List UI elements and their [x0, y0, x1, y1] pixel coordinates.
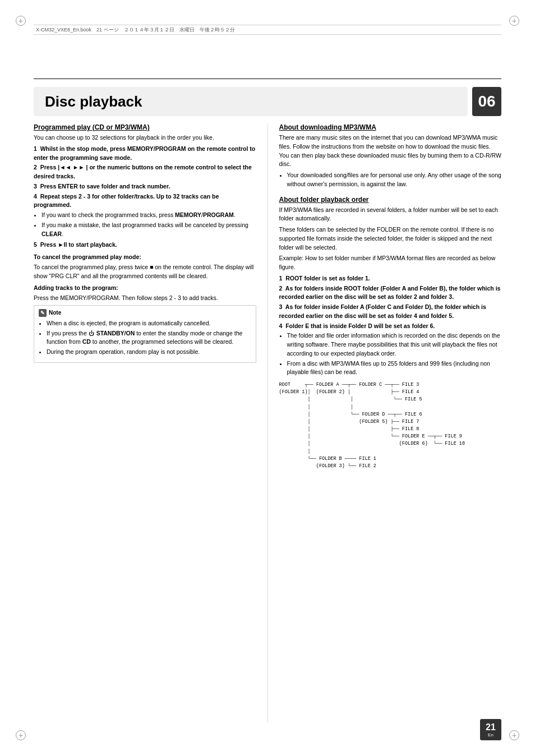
adding-text: Press the MEMORY/PROGRAM. Then follow st…	[34, 294, 256, 303]
page-number-badge: 21 En	[480, 719, 501, 740]
folder-step-2: 2 As for folders inside ROOT folder (Fol…	[279, 284, 502, 302]
section-programmed-play-title: Programmed play (CD or MP3/WMA)	[34, 123, 256, 131]
folder-playback-text3: Example: How to set folder number if MP3…	[279, 254, 502, 272]
page-number: 21	[486, 722, 496, 732]
downloading-text1: There are many music sites on the intern…	[279, 133, 502, 169]
step-4-bullet-1: If you want to check the programmed trac…	[41, 211, 256, 220]
step-2-heading: 2 Press |◄◄ ►► | or the numeric buttons …	[34, 163, 256, 181]
page-title-box: Disc playback	[34, 87, 468, 116]
folder-step-1: 1 ROOT folder is set as folder 1.	[279, 274, 502, 283]
section-downloading: About downloading MP3/WMA There are many…	[279, 123, 502, 191]
downloading-title: About downloading MP3/WMA	[279, 123, 502, 131]
cancel-heading: To cancel the programmed play mode:	[34, 253, 256, 262]
step-5-heading: 5 Press ►II to start playback.	[34, 241, 256, 250]
chapter-number: 06	[478, 93, 495, 110]
note-bullets: When a disc is ejected, the program is a…	[47, 319, 251, 357]
adding-heading: Adding tracks to the program:	[34, 284, 256, 293]
page-lang: En	[488, 732, 494, 737]
note-icon: ✎	[39, 309, 47, 317]
right-column: About downloading MP3/WMA There are many…	[279, 123, 502, 722]
column-divider	[268, 123, 268, 722]
folder-playback-text1: If MP3/WMA files are recorded in several…	[279, 206, 502, 224]
header-text: X-CM32_VXE8_En.book 21 ページ ２０１４年３月１２日 水曜…	[36, 26, 235, 34]
cancel-text: To cancel the programmed play, press twi…	[34, 263, 256, 281]
note-label: ✎ Note	[39, 309, 251, 317]
folder-playback-title: About folder playback order	[279, 196, 502, 204]
header-bar: X-CM32_VXE8_En.book 21 ページ ２０１４年３月１２日 水曜…	[34, 25, 501, 35]
section-programmed-play-intro: You can choose up to 32 selections for p…	[34, 133, 256, 142]
downloading-bullet-1: Your downloaded song/files are for perso…	[287, 171, 502, 189]
note-bullet-2: If you press the ⏻ STANDBY/ON to enter t…	[47, 329, 251, 347]
reg-mark-br	[509, 730, 519, 740]
chapter-badge: 06	[472, 87, 501, 116]
folder-bullet-2: From a disc with MP3/WMA files up to 255…	[287, 359, 502, 377]
left-column: Programmed play (CD or MP3/WMA) You can …	[34, 123, 256, 722]
step-4-bullets: If you want to check the programmed trac…	[41, 211, 256, 238]
step-1-heading: 1 Whilst in the stop mode, press MEMORY/…	[34, 145, 256, 163]
reg-mark-tr	[509, 16, 519, 26]
reg-mark-bl	[16, 730, 26, 740]
folder-step-3: 3 As for folder inside Folder A (Folder …	[279, 303, 502, 321]
top-rule	[34, 79, 501, 79]
tree-diagram: ROOT ┬── FOLDER A ──┬── FOLDER C ──┬── F…	[279, 381, 502, 470]
page-title: Disc playback	[45, 93, 142, 110]
step-4-heading: 4 Repeat steps 2 - 3 for other folder/tr…	[34, 192, 256, 210]
main-content: Programmed play (CD or MP3/WMA) You can …	[34, 123, 501, 722]
note-bullet-1: When a disc is ejected, the program is a…	[47, 319, 251, 328]
folder-bullet-1: The folder and file order information wh…	[287, 331, 502, 358]
folder-playback-text2: These folders can be selected by the FOL…	[279, 225, 502, 252]
folder-bullets: The folder and file order information wh…	[287, 331, 502, 377]
downloading-bullets: Your downloaded song/files are for perso…	[287, 171, 502, 189]
step-3-heading: 3 Press ENTER to save folder and track n…	[34, 182, 256, 191]
reg-mark-tl	[16, 16, 26, 26]
note-box: ✎ Note When a disc is ejected, the progr…	[34, 305, 256, 363]
note-bullet-3: During the program operation, random pla…	[47, 348, 251, 357]
folder-step-4: 4 Folder E that is inside Folder D will …	[279, 322, 502, 331]
step-4-bullet-2: If you make a mistake, the last programm…	[41, 221, 256, 239]
section-programmed-play: Programmed play (CD or MP3/WMA) You can …	[34, 123, 256, 365]
section-folder-playback: About folder playback order If MP3/WMA f…	[279, 196, 502, 471]
